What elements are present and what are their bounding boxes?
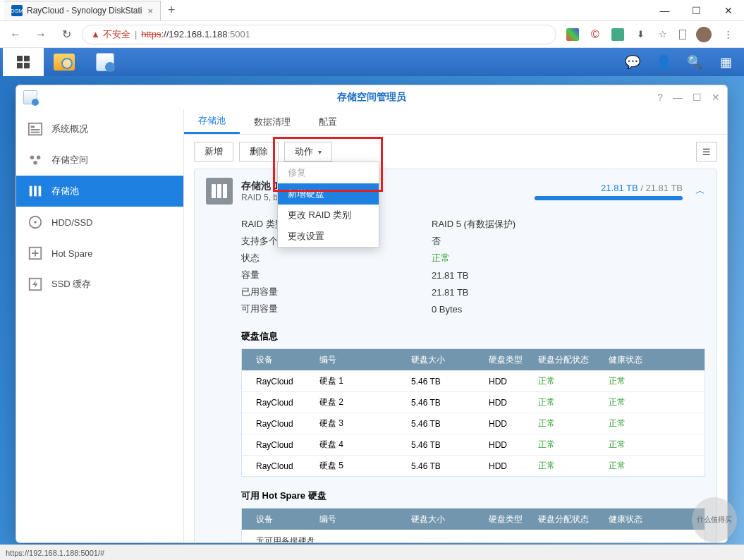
svg-point-11: [34, 221, 37, 224]
sidebar-item-ssdcache[interactable]: SSD 缓存: [16, 269, 183, 300]
info-row: 容量21.81 TB: [241, 267, 705, 284]
pool-usage-bar: [535, 196, 683, 200]
sidebar-label: 存储池: [51, 185, 79, 197]
nav-forward-button[interactable]: →: [31, 25, 51, 44]
hotspare-section-title: 可用 Hot Spare 硬盘: [241, 489, 705, 502]
table-row[interactable]: RayCloud 硬盘 5 5.46 TB HDD 正常 正常: [242, 455, 705, 476]
info-label: 已用容量: [241, 286, 432, 298]
cell-health: 正常: [609, 460, 679, 472]
col-header-health: 健康状态: [609, 513, 679, 525]
tab-scrub[interactable]: 数据清理: [240, 109, 305, 134]
menu-item-change-raid[interactable]: 更改 RAID 类别: [278, 205, 379, 226]
extension-icon-2[interactable]: ©: [589, 28, 602, 41]
nav-reload-button[interactable]: ↻: [56, 25, 76, 44]
sidebar-item-hotspare[interactable]: Hot Spare: [16, 238, 183, 269]
search-icon[interactable]: 🔍: [679, 48, 710, 76]
new-tab-button[interactable]: +: [168, 3, 176, 18]
folder-icon: [54, 54, 75, 71]
app-close-button[interactable]: ✕: [712, 92, 720, 103]
col-header-device: 设备: [242, 354, 319, 366]
collapse-icon[interactable]: ︿: [695, 185, 705, 197]
profile-avatar-icon[interactable]: [696, 27, 712, 42]
cell-alloc: 正常: [538, 460, 609, 472]
watermark: 什么值得买: [692, 497, 737, 542]
browser-titlebar: DSM RayCloud - Synology DiskStati × + — …: [0, 0, 744, 21]
delete-button[interactable]: 删除: [239, 142, 279, 162]
user-icon[interactable]: 👤: [648, 48, 679, 76]
info-label: 可用容量: [241, 303, 432, 315]
app-icon: [23, 90, 37, 104]
cell-health: 正常: [609, 418, 679, 430]
cell-size: 5.46 TB: [411, 377, 489, 386]
tabs: 存储池 数据清理 配置: [184, 109, 727, 135]
ssdcache-icon: [28, 276, 43, 292]
add-button[interactable]: 新增: [194, 142, 233, 162]
storage-manager-taskbar-button[interactable]: [85, 48, 126, 76]
action-dropdown-button[interactable]: 动作: [284, 142, 332, 162]
toolbar: 新增 删除 动作 ☰ 修复 新增硬盘 更改 RAID 类别 更改设置: [184, 135, 727, 169]
app-minimize-button[interactable]: —: [673, 92, 683, 103]
app-help-button[interactable]: ?: [657, 92, 663, 103]
table-row[interactable]: RayCloud 硬盘 1 5.46 TB HDD 正常 正常: [242, 370, 705, 391]
menu-item-add-disk[interactable]: 新增硬盘: [278, 183, 379, 205]
content-area: 存储池 1 RAID 5, btrfs 21.81 TB / 21.81 TB …: [184, 169, 727, 542]
table-row[interactable]: RayCloud 硬盘 4 5.46 TB HDD 正常 正常: [242, 434, 705, 455]
favorite-icon[interactable]: ☆: [657, 28, 669, 41]
file-station-button[interactable]: [44, 48, 85, 76]
hotspare-icon: [28, 245, 43, 261]
cell-device: RayCloud: [242, 377, 319, 386]
cell-num: 硬盘 5: [319, 460, 411, 472]
col-header-type: 硬盘类型: [489, 513, 538, 525]
chat-icon[interactable]: 💬: [617, 48, 648, 76]
url-port: :5001: [227, 29, 250, 39]
browser-address-bar: ← → ↻ ▲不安全 | https ://192.168.1.188 :500…: [0, 21, 744, 48]
extension-icon-1[interactable]: [566, 28, 579, 41]
apps-grid-icon: [17, 56, 30, 68]
cell-size: 5.46 TB: [411, 440, 489, 450]
svg-rect-9: [39, 186, 42, 197]
tab-close-icon[interactable]: ×: [147, 6, 153, 16]
browser-tab[interactable]: DSM RayCloud - Synology DiskStati ×: [4, 1, 161, 20]
widgets-icon[interactable]: ▦: [710, 48, 741, 76]
info-value: RAID 5 (有数据保护): [432, 218, 516, 231]
window-close-button[interactable]: ✕: [712, 1, 744, 20]
cell-device: RayCloud: [242, 461, 319, 471]
filter-button[interactable]: ☰: [696, 142, 717, 162]
volume-icon: [28, 152, 43, 168]
menu-icon[interactable]: ⋮: [721, 28, 734, 41]
app-titlebar[interactable]: 存储空间管理员 ? — ☐ ✕: [16, 85, 727, 109]
sidebar-item-pool[interactable]: 存储池: [16, 176, 183, 207]
col-header-num: 编号: [319, 513, 411, 525]
bookmark-icon[interactable]: [679, 30, 686, 39]
hotspare-empty-msg: 无可用备援硬盘。: [242, 530, 705, 542]
extension-icon-3[interactable]: [611, 28, 624, 41]
cell-alloc: 正常: [538, 375, 609, 387]
info-value: 21.81 TB: [432, 287, 469, 298]
cell-size: 5.46 TB: [411, 461, 489, 471]
info-row: 已用容量21.81 TB: [241, 284, 705, 300]
url-input[interactable]: ▲不安全 | https ://192.168.1.188 :5001: [82, 25, 556, 44]
cell-size: 5.46 TB: [411, 398, 489, 408]
cell-type: HDD: [489, 461, 538, 471]
table-row[interactable]: RayCloud 硬盘 3 5.46 TB HDD 正常 正常: [242, 413, 705, 434]
col-header-type: 硬盘类型: [489, 354, 538, 366]
sidebar-label: HDD/SSD: [51, 217, 93, 228]
download-icon[interactable]: ⬇: [634, 28, 647, 41]
sidebar-item-volume[interactable]: 存储空间: [16, 145, 183, 176]
table-row[interactable]: RayCloud 硬盘 2 5.46 TB HDD 正常 正常: [242, 391, 705, 413]
cell-device: RayCloud: [242, 398, 319, 408]
storage-icon: [96, 53, 114, 71]
info-value: 21.81 TB: [432, 270, 469, 281]
sidebar-item-hdd[interactable]: HDD/SSD: [16, 207, 183, 238]
app-maximize-button[interactable]: ☐: [693, 92, 702, 103]
tab-pool[interactable]: 存储池: [184, 109, 240, 134]
nav-back-button[interactable]: ←: [6, 25, 25, 44]
tab-config[interactable]: 配置: [305, 109, 351, 134]
sidebar-item-overview[interactable]: 系统概况: [16, 114, 183, 145]
menu-item-change-settings[interactable]: 更改设置: [278, 226, 379, 247]
window-maximize-button[interactable]: ☐: [681, 1, 712, 20]
menu-item-repair[interactable]: 修复: [278, 162, 379, 183]
sidebar: 系统概况 存储空间 存储池 HDD/SSD Hot Spare: [16, 109, 184, 542]
main-menu-button[interactable]: [3, 48, 44, 76]
window-minimize-button[interactable]: —: [649, 1, 681, 20]
